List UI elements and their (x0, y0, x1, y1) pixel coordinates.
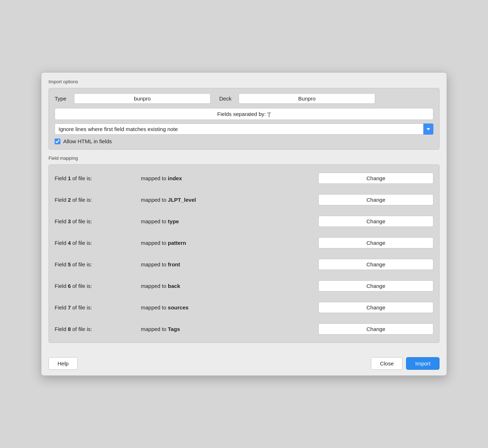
type-input[interactable] (74, 93, 211, 104)
field-mapping-label-1: mapped to index (141, 175, 318, 181)
import-dialog: Import options Type Deck Fields separate… (41, 72, 447, 376)
mapped-field-4: pattern (168, 240, 186, 246)
duplicate-handling-row: Ignore lines where first field matches e… (55, 123, 433, 135)
allow-html-checkbox[interactable] (55, 139, 60, 144)
field-desc-2: Field 2 of file is: (55, 197, 141, 203)
mapped-field-3: type (168, 218, 179, 224)
field-num-4: 4 (68, 240, 71, 246)
mapped-field-5: front (168, 261, 180, 267)
change-button-4[interactable]: Change (318, 237, 433, 248)
separator-display: Fields separated by: '|' (55, 108, 433, 120)
change-button-3[interactable]: Change (318, 216, 433, 227)
import-options-box: Type Deck Fields separated by: '|' Ignor… (49, 88, 439, 150)
field-num-7: 7 (68, 304, 71, 311)
change-button-7[interactable]: Change (318, 302, 433, 313)
field-desc-4: Field 4 of file is: (55, 240, 141, 246)
field-desc-8: Field 8 of file is: (55, 326, 141, 332)
field-mapping-label-6: mapped to back (141, 283, 318, 289)
field-mapping-section-label: Field mapping (49, 155, 439, 161)
field-desc-6: Field 6 of file is: (55, 283, 141, 289)
footer-left: Help (49, 357, 78, 370)
field-num-8: 8 (68, 326, 71, 332)
field-mapping-label-3: mapped to type (141, 218, 318, 224)
import-options-section-label: Import options (49, 79, 439, 84)
change-button-6[interactable]: Change (318, 280, 433, 291)
mapping-row-8: Field 8 of file is:mapped to TagsChange (55, 318, 433, 340)
change-button-8[interactable]: Change (318, 323, 433, 335)
field-num-5: 5 (68, 261, 71, 267)
mapped-field-8: Tags (168, 326, 180, 332)
change-button-1[interactable]: Change (318, 173, 433, 184)
field-mapping-label-4: mapped to pattern (141, 240, 318, 246)
close-button[interactable]: Close (371, 357, 402, 370)
field-mapping-label-2: mapped to JLPT_level (141, 197, 318, 203)
field-desc-1: Field 1 of file is: (55, 175, 141, 181)
footer-right: Close Import (371, 357, 439, 370)
change-button-2[interactable]: Change (318, 194, 433, 205)
field-num-3: 3 (68, 218, 71, 224)
mapping-row-5: Field 5 of file is:mapped to frontChange (55, 254, 433, 275)
allow-html-row: Allow HTML in fields (55, 138, 433, 144)
mapping-rows: Field 1 of file is:mapped to indexChange… (55, 168, 433, 340)
dialog-footer: Help Close Import (41, 354, 447, 375)
type-deck-row: Type Deck (55, 93, 433, 104)
mapping-row-3: Field 3 of file is:mapped to typeChange (55, 211, 433, 232)
deck-label: Deck (219, 95, 234, 102)
mapped-field-2: JLPT_level (168, 197, 196, 203)
deck-input[interactable] (239, 93, 375, 104)
mapping-row-7: Field 7 of file is:mapped to sourcesChan… (55, 297, 433, 318)
field-mapping-label-7: mapped to sources (141, 304, 318, 311)
help-button[interactable]: Help (49, 357, 78, 370)
mapped-field-6: back (168, 283, 180, 289)
field-num-6: 6 (68, 283, 71, 289)
change-button-5[interactable]: Change (318, 259, 433, 270)
field-desc-5: Field 5 of file is: (55, 261, 141, 267)
import-button[interactable]: Import (406, 357, 439, 370)
field-num-2: 2 (68, 197, 71, 203)
duplicate-handling-select[interactable]: Ignore lines where first field matches e… (55, 123, 433, 135)
mapped-field-1: index (168, 175, 182, 181)
field-num-1: 1 (68, 175, 71, 181)
duplicate-handling-wrapper: Ignore lines where first field matches e… (55, 123, 433, 135)
field-desc-7: Field 7 of file is: (55, 304, 141, 311)
mapping-row-6: Field 6 of file is:mapped to backChange (55, 275, 433, 297)
field-mapping-box: Field 1 of file is:mapped to indexChange… (49, 164, 439, 343)
mapping-row-4: Field 4 of file is:mapped to patternChan… (55, 232, 433, 254)
field-desc-3: Field 3 of file is: (55, 218, 141, 224)
mapping-row-1: Field 1 of file is:mapped to indexChange (55, 168, 433, 189)
field-mapping-label-5: mapped to front (141, 261, 318, 267)
field-mapping-label-8: mapped to Tags (141, 326, 318, 332)
mapping-row-2: Field 2 of file is:mapped to JLPT_levelC… (55, 189, 433, 211)
allow-html-label: Allow HTML in fields (63, 138, 112, 144)
mapped-field-7: sources (168, 304, 189, 311)
type-label: Type (55, 95, 69, 102)
